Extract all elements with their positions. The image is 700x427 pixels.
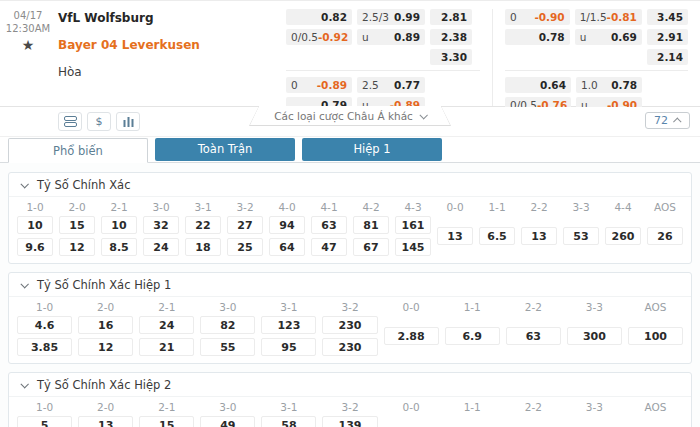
over-under-odds-cell[interactable]: u0.69	[575, 29, 642, 45]
1x2-odds-cell[interactable]: 2.91	[647, 29, 688, 45]
handicap-odds-cell[interactable]: 0.64	[505, 77, 571, 93]
score-column: 4-4260	[605, 199, 641, 256]
score-odds-cell[interactable]: 82	[200, 316, 255, 334]
score-odds-cell[interactable]: 2.88	[384, 327, 439, 345]
score-column: 3-04939	[200, 399, 255, 427]
score-odds-cell[interactable]: 18	[185, 238, 221, 256]
score-column: 2-12421	[139, 299, 194, 356]
tab-full-match[interactable]: Toàn Trận	[155, 138, 295, 161]
more-asian-bets-dropdown[interactable]: Các loại cược Châu Á khác	[250, 106, 450, 125]
1x2-odds-cell[interactable]: 3.30	[430, 49, 472, 65]
score-odds-cell[interactable]: 12	[78, 338, 133, 356]
1x2-odds-cell[interactable]: 2.38	[430, 29, 472, 45]
bar-chart-icon[interactable]	[116, 112, 140, 131]
score-odds-cell[interactable]: 47	[311, 238, 347, 256]
score-odds-cell[interactable]: 63	[506, 327, 561, 345]
score-odds-cell[interactable]: 16	[78, 316, 133, 334]
match-time: 12:30AM	[0, 22, 56, 35]
score-odds-cell[interactable]: 5	[17, 416, 72, 427]
score-odds-cell[interactable]: 25	[227, 238, 263, 256]
score-odds-cell[interactable]: 230	[322, 338, 377, 356]
score-odds-cell[interactable]: 13	[437, 227, 473, 245]
score-odds-cell[interactable]: 10	[17, 216, 53, 234]
score-column: 2-263	[506, 299, 561, 356]
score-column: 1-054.6	[17, 399, 72, 427]
section-body: 1-0109.6 2-01512 2-1108.5 3-03224 3-1221…	[9, 197, 691, 263]
score-odds-cell[interactable]: 13	[78, 416, 133, 427]
score-odds-cell[interactable]: 12	[59, 238, 95, 256]
score-odds-cell[interactable]: 139	[322, 416, 377, 427]
1x2-odds-cell[interactable]: 3.45	[647, 9, 688, 25]
score-odds-cell[interactable]: 53	[563, 227, 599, 245]
score-label: 4-3	[395, 199, 431, 215]
section-header[interactable]: Tỷ Số Chính Xác	[9, 173, 691, 197]
score-odds-cell[interactable]: 49	[200, 416, 255, 427]
over-under-odds-cell[interactable]: 2.5/30.99	[357, 9, 425, 25]
handicap-odds: -0.89	[317, 77, 347, 93]
collapse-all-button[interactable]: 72	[645, 112, 690, 129]
score-odds-cell[interactable]: 81	[353, 216, 389, 234]
score-odds-cell[interactable]: 15	[59, 216, 95, 234]
1x2-odds-cell[interactable]: 2.81	[430, 9, 472, 25]
score-odds-cell[interactable]: 15	[139, 416, 194, 427]
over-under-odds-cell[interactable]: 1.00.78	[576, 77, 642, 93]
handicap-odds: -0.92	[318, 29, 348, 45]
score-odds-cell[interactable]: 3.85	[17, 338, 72, 356]
handicap-odds-cell[interactable]: 0.82	[286, 9, 352, 25]
score-column: 1-16.5	[479, 199, 515, 256]
chevron-down-icon	[419, 111, 427, 119]
score-odds-cell[interactable]: 6.5	[479, 227, 515, 245]
score-odds-cell[interactable]: 161	[395, 216, 431, 234]
score-odds-cell[interactable]: 300	[567, 327, 622, 345]
score-odds-cell[interactable]: 63	[311, 216, 347, 234]
handicap-odds-cell[interactable]: 0-0.89	[286, 77, 352, 93]
score-odds-cell[interactable]: 27	[227, 216, 263, 234]
score-odds-cell[interactable]: 32	[143, 216, 179, 234]
section-header[interactable]: Tỷ Số Chính Xác Hiệp 1	[9, 273, 691, 297]
over-under-odds-cell[interactable]: 2.50.77	[357, 77, 425, 93]
score-odds-cell[interactable]: 10	[101, 216, 137, 234]
score-odds-cell[interactable]: 100	[628, 327, 683, 345]
favorite-star-icon[interactable]: ★	[22, 39, 35, 52]
score-odds-cell[interactable]: 55	[200, 338, 255, 356]
score-label: 1-1	[445, 299, 500, 315]
score-odds-cell[interactable]: 21	[139, 338, 194, 356]
score-odds-cell[interactable]: 95	[261, 338, 316, 356]
score-odds-cell[interactable]: 230	[322, 316, 377, 334]
chevron-down-icon	[20, 380, 28, 388]
score-odds-cell[interactable]: 123	[261, 316, 316, 334]
score-odds-cell[interactable]: 145	[395, 238, 431, 256]
over-under-odds-cell[interactable]: u0.89	[357, 29, 425, 45]
handicap-odds-cell[interactable]: 0.78	[505, 29, 570, 45]
score-odds-cell[interactable]: 24	[139, 316, 194, 334]
score-odds-cell[interactable]: 260	[605, 227, 641, 245]
dollar-icon[interactable]: $	[87, 112, 111, 131]
score-odds-cell[interactable]: 13	[521, 227, 557, 245]
handicap-odds-cell[interactable]: 0/0.5-0.92	[286, 29, 352, 45]
score-odds-cell[interactable]: 24	[143, 238, 179, 256]
handicap-odds-cell[interactable]: 0-0.90	[505, 9, 570, 25]
1x2-odds-cell[interactable]: 2.14	[647, 49, 688, 65]
tab-popular[interactable]: Phổ biến	[8, 138, 148, 163]
layers-icon[interactable]	[58, 112, 82, 131]
score-odds-cell[interactable]: 4.6	[17, 316, 72, 334]
score-odds-cell[interactable]: 9.6	[17, 238, 53, 256]
chevron-down-icon	[20, 280, 28, 288]
score-column: 4-09464	[269, 199, 305, 256]
score-column: 3-22725	[227, 199, 263, 256]
over-under-odds-cell[interactable]: 1/1.5-0.81	[575, 9, 642, 25]
tab-first-half[interactable]: Hiệp 1	[302, 138, 442, 161]
home-team-name: VfL Wolfsburg	[58, 11, 286, 25]
score-label: 3-0	[200, 299, 255, 315]
score-odds-cell[interactable]: 58	[261, 416, 316, 427]
score-odds-cell[interactable]: 67	[353, 238, 389, 256]
section-header[interactable]: Tỷ Số Chính Xác Hiệp 2	[9, 373, 691, 397]
1x2-odds: 2.14	[657, 49, 683, 65]
score-odds-cell[interactable]: 8.5	[101, 238, 137, 256]
score-odds-cell[interactable]: 94	[269, 216, 305, 234]
score-odds-cell[interactable]: 64	[269, 238, 305, 256]
handicap-line: 0	[510, 9, 517, 25]
score-odds-cell[interactable]: 26	[647, 227, 683, 245]
score-odds-cell[interactable]: 22	[185, 216, 221, 234]
score-odds-cell[interactable]: 6.9	[445, 327, 500, 345]
